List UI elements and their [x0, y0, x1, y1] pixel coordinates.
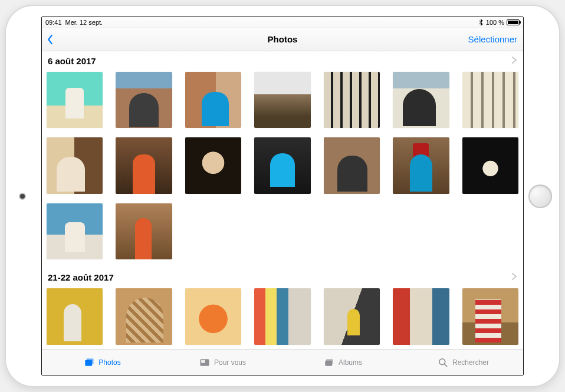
chevron-right-icon — [511, 272, 517, 282]
photo-thumbnail[interactable] — [324, 137, 380, 193]
photo-thumbnail[interactable] — [116, 137, 172, 193]
front-camera — [20, 194, 25, 199]
tab-label: Rechercher — [452, 358, 489, 367]
photo-thumbnail[interactable] — [324, 72, 380, 128]
battery-icon — [507, 19, 520, 25]
photo-thumbnail[interactable] — [462, 288, 518, 344]
section-title: 21-22 août 2017 — [48, 272, 114, 282]
section-title: 6 août 2017 — [48, 56, 96, 66]
photo-thumbnail[interactable] — [185, 288, 241, 344]
select-button[interactable]: Sélectionner — [468, 34, 517, 44]
chevron-right-icon — [511, 56, 517, 66]
svg-rect-3 — [201, 360, 205, 363]
tab-for-you[interactable]: Pour vous — [162, 350, 282, 375]
photo-thumbnail[interactable] — [116, 72, 172, 128]
photo-thumbnail[interactable] — [185, 72, 241, 128]
section-header-1[interactable]: 6 août 2017 — [42, 51, 523, 68]
photo-thumbnail[interactable] — [185, 137, 241, 193]
tab-search[interactable]: Rechercher — [403, 350, 523, 375]
photos-icon — [83, 357, 95, 368]
battery-percent: 100 % — [486, 19, 504, 26]
albums-icon — [323, 357, 335, 368]
status-bar: 09:41 Mer. 12 sept. 100 % — [42, 17, 523, 28]
photo-thumbnail[interactable] — [47, 203, 103, 259]
search-icon — [437, 357, 449, 368]
photo-thumbnail[interactable] — [393, 72, 449, 128]
photo-grid-2 — [42, 285, 523, 349]
photo-thumbnail[interactable] — [116, 288, 172, 344]
tab-bar: Photos Pour vous Albums — [42, 349, 523, 375]
navigation-bar: Photos Sélectionner — [42, 28, 523, 51]
back-button[interactable] — [47, 34, 54, 45]
tab-label: Pour vous — [214, 358, 246, 367]
photo-thumbnail[interactable] — [47, 72, 103, 128]
chevron-left-icon — [47, 34, 54, 45]
status-date: Mer. 12 sept. — [65, 19, 103, 26]
svg-rect-5 — [326, 359, 333, 364]
photo-thumbnail[interactable] — [462, 137, 518, 193]
status-time: 09:41 — [45, 19, 62, 26]
photo-thumbnail[interactable] — [47, 288, 103, 344]
tab-label: Albums — [339, 358, 362, 367]
section-header-2[interactable]: 21-22 août 2017 — [42, 268, 523, 285]
bluetooth-icon — [479, 19, 484, 26]
photo-thumbnail[interactable] — [393, 288, 449, 344]
ipad-device-frame: 09:41 Mer. 12 sept. 100 % Photos Sélecti… — [6, 6, 559, 386]
photo-thumbnail[interactable] — [393, 137, 449, 193]
photo-grid-1 — [42, 68, 523, 268]
svg-rect-1 — [87, 358, 94, 364]
photo-thumbnail[interactable] — [254, 72, 310, 128]
home-button[interactable] — [528, 185, 552, 208]
page-title: Photos — [268, 34, 298, 44]
photo-thumbnail[interactable] — [47, 137, 103, 193]
tab-albums[interactable]: Albums — [282, 350, 403, 375]
screen: 09:41 Mer. 12 sept. 100 % Photos Sélecti… — [41, 17, 524, 375]
photo-thumbnail[interactable] — [324, 288, 380, 344]
photo-thumbnail[interactable] — [116, 203, 172, 259]
tab-label: Photos — [98, 358, 120, 367]
photo-thumbnail[interactable] — [254, 288, 310, 344]
photo-thumbnail[interactable] — [254, 137, 310, 193]
svg-line-7 — [444, 364, 446, 366]
photo-collection-scroll[interactable]: 6 août 2017 — [42, 51, 523, 349]
foryou-icon — [199, 357, 211, 368]
photo-thumbnail[interactable] — [462, 72, 518, 128]
tab-photos[interactable]: Photos — [42, 350, 162, 375]
